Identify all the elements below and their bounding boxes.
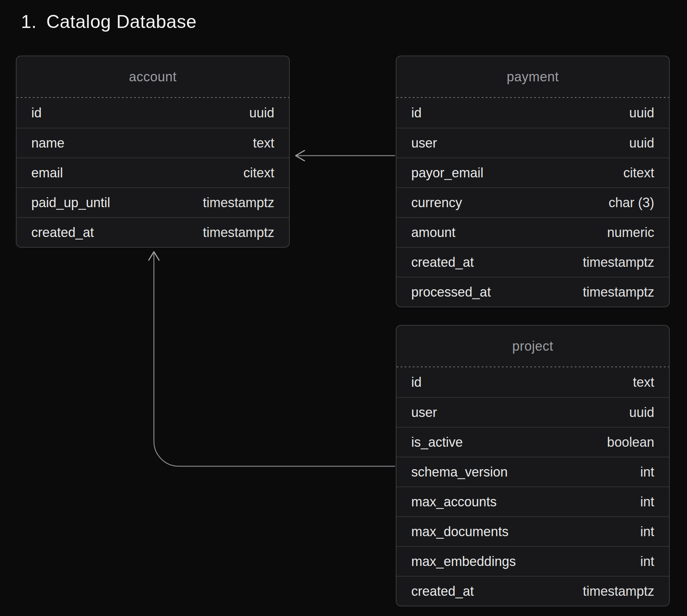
field-type: int xyxy=(640,554,654,569)
field-name: amount xyxy=(411,225,455,240)
field-type: uuid xyxy=(629,405,654,420)
field-type: numeric xyxy=(607,225,654,240)
field-name: paid_up_until xyxy=(31,195,110,210)
relation-arrow-payment-to-account xyxy=(296,151,395,161)
table-row: max_embeddingsint xyxy=(397,546,669,576)
table-row: is_activeboolean xyxy=(397,427,669,457)
field-type: timestamptz xyxy=(583,584,654,599)
field-type: char (3) xyxy=(609,195,654,210)
table-row: paid_up_untiltimestamptz xyxy=(17,187,289,217)
table-row: max_documentsint xyxy=(397,516,669,546)
table-title-account: account xyxy=(17,56,289,97)
table-row: schema_versionint xyxy=(397,457,669,486)
field-name: processed_at xyxy=(411,284,491,300)
title-text: Catalog Database xyxy=(46,11,197,32)
field-name: id xyxy=(411,375,422,390)
table-row: payor_emailcitext xyxy=(397,157,669,187)
field-type: timestamptz xyxy=(583,255,654,270)
field-name: id xyxy=(31,105,42,121)
table-row: iduuid xyxy=(17,98,289,128)
field-name: user xyxy=(411,405,437,420)
diagram-canvas: 1.Catalog Database account iduuidnametex… xyxy=(0,0,687,616)
title-number: 1. xyxy=(21,11,37,32)
table-title-project: project xyxy=(397,326,669,367)
field-name: created_at xyxy=(411,255,474,270)
field-name: is_active xyxy=(411,435,463,450)
field-type: boolean xyxy=(607,435,654,450)
field-name: max_embeddings xyxy=(411,554,516,569)
table-row: created_attimestamptz xyxy=(397,576,669,606)
field-name: created_at xyxy=(411,584,474,599)
diagram-title: 1.Catalog Database xyxy=(21,11,197,32)
field-type: int xyxy=(640,494,654,510)
table-row: amountnumeric xyxy=(397,217,669,247)
field-type: int xyxy=(640,524,654,539)
entity-table-payment[interactable]: payment iduuiduseruuidpayor_emailcitextc… xyxy=(396,56,670,307)
field-name: created_at xyxy=(31,225,94,240)
table-title-payment: payment xyxy=(397,56,669,97)
field-type: citext xyxy=(623,165,654,181)
table-row: iduuid xyxy=(397,98,669,128)
field-name: user xyxy=(411,135,437,151)
field-type: text xyxy=(633,375,654,390)
table-row: currencychar (3) xyxy=(397,187,669,217)
table-row: useruuid xyxy=(397,128,669,157)
field-name: currency xyxy=(411,195,462,210)
table-row: created_attimestamptz xyxy=(17,217,289,247)
field-type: int xyxy=(640,464,654,480)
field-name: payor_email xyxy=(411,165,483,181)
table-row: useruuid xyxy=(397,397,669,427)
field-name: schema_version xyxy=(411,464,508,480)
table-row: idtext xyxy=(397,367,669,397)
field-type: uuid xyxy=(249,105,274,121)
field-type: uuid xyxy=(629,105,654,121)
field-type: citext xyxy=(243,165,274,181)
field-name: name xyxy=(31,135,64,151)
table-row: processed_attimestamptz xyxy=(397,277,669,307)
entity-table-account[interactable]: account iduuidnametextemailcitextpaid_up… xyxy=(16,56,290,248)
field-type: timestamptz xyxy=(203,225,274,240)
table-row: max_accountsint xyxy=(397,486,669,516)
entity-table-project[interactable]: project idtextuseruuidis_activebooleansc… xyxy=(396,325,670,606)
field-type: text xyxy=(253,135,274,151)
field-type: uuid xyxy=(629,135,654,151)
table-row: emailcitext xyxy=(17,157,289,187)
table-row: nametext xyxy=(17,128,289,157)
relation-arrow-project-to-account xyxy=(149,252,395,466)
table-row: created_attimestamptz xyxy=(397,247,669,277)
field-type: timestamptz xyxy=(583,284,654,300)
field-name: id xyxy=(411,105,422,121)
field-name: email xyxy=(31,165,63,181)
field-type: timestamptz xyxy=(203,195,274,210)
field-name: max_accounts xyxy=(411,494,497,510)
field-name: max_documents xyxy=(411,524,508,539)
